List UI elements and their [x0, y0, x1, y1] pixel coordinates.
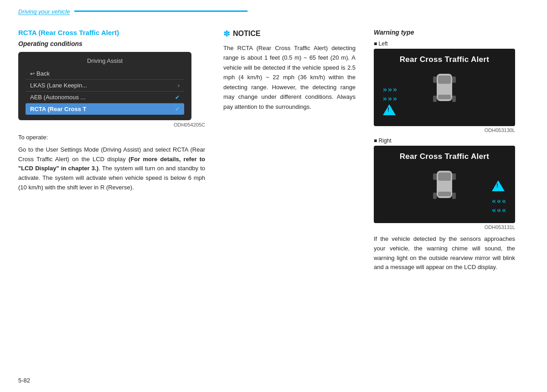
warning-description: If the vehicle detected by the sensors a… — [374, 234, 515, 272]
notice-title: NOTICE — [233, 30, 260, 38]
right-img-caption: ODH053131L — [374, 224, 515, 230]
svg-rect-9 — [438, 192, 451, 196]
svg-rect-8 — [438, 173, 451, 181]
svg-rect-4 — [452, 76, 456, 83]
svg-rect-3 — [433, 76, 437, 83]
page-header: Driving your vehicle — [0, 0, 547, 15]
left-warn-indicator: » » » » » » — [383, 85, 397, 117]
lcd-aeb-item[interactable]: AEB (Autonomous ... ✔ — [26, 92, 184, 103]
right-warn-indicator: « « « « « « — [492, 180, 506, 214]
left-warning-title: Rear Cross Traffic Alert — [374, 55, 515, 64]
body-text: Go to the User Settings Mode (Driving As… — [18, 145, 205, 193]
car-icon-left — [428, 69, 460, 110]
notice-header: ✽ NOTICE — [223, 29, 356, 39]
middle-column: ✽ NOTICE The RCTA (Rear Cross Traffic Al… — [214, 29, 365, 272]
svg-rect-2 — [438, 95, 451, 99]
lcd-item-label: RCTA (Rear Cross T — [30, 106, 87, 112]
svg-rect-6 — [452, 96, 456, 102]
right-column: Warning type Left Rear Cross Traffic Ale… — [365, 29, 529, 272]
header-lines — [74, 10, 529, 13]
warning-triangle-right — [492, 180, 505, 191]
warning-triangle-left — [383, 104, 396, 115]
lcd-rcta-item[interactable]: RCTA (Rear Cross T ✔ — [26, 103, 184, 115]
main-content: RCTA (Rear Cross Traffic Alert) Operatin… — [0, 20, 547, 281]
header-title: Driving your vehicle — [18, 8, 70, 15]
svg-rect-1 — [438, 76, 451, 84]
lcd-lkas-item[interactable]: LKAS (Lane Keepin... › — [26, 80, 184, 92]
right-warning-title: Rear Cross Traffic Alert — [374, 152, 515, 161]
lcd-item-label: Back — [36, 70, 50, 77]
operate-label: To operate: — [18, 133, 205, 143]
page-number: 5-82 — [18, 377, 30, 384]
notice-text: The RCTA (Rear Cross Traffic Alert) dete… — [223, 43, 356, 112]
lcd-display: Driving Assist ↩ Back LKAS (Lane Keepin.… — [18, 52, 191, 120]
left-column: RCTA (Rear Cross Traffic Alert) Operatin… — [18, 29, 214, 272]
left-warning-box: Rear Cross Traffic Alert — [374, 49, 515, 126]
lcd-menu-title: Driving Assist — [26, 57, 184, 64]
check-icon: ✔ — [175, 94, 180, 101]
left-direction-label: Left — [374, 41, 529, 47]
warning-type-title: Warning type — [374, 29, 529, 36]
car-icon-right — [428, 166, 460, 207]
header-line-blue — [74, 10, 248, 12]
subsection-title: Operating conditions — [18, 40, 205, 47]
svg-rect-10 — [433, 173, 437, 180]
right-warning-box: Rear Cross Traffic Alert « — [374, 146, 515, 223]
chevron-right-icon: › — [178, 82, 180, 89]
back-icon: ↩ — [30, 71, 35, 77]
check-icon-active: ✔ — [175, 106, 180, 112]
svg-rect-11 — [452, 173, 456, 180]
left-img-caption: ODH053130L — [374, 127, 515, 133]
lcd-back-item[interactable]: ↩ Back — [26, 68, 184, 80]
lcd-item-label: LKAS (Lane Keepin... — [30, 82, 87, 89]
svg-rect-13 — [452, 193, 456, 199]
notice-star-icon: ✽ — [223, 29, 230, 39]
page-footer: 5-82 — [18, 377, 30, 384]
right-direction-label: Right — [374, 137, 529, 144]
lcd-item-label: AEB (Autonomous ... — [30, 94, 85, 101]
svg-rect-5 — [433, 96, 437, 102]
svg-rect-12 — [433, 193, 437, 199]
lcd-caption: ODH054205C — [18, 122, 205, 127]
section-title: RCTA (Rear Cross Traffic Alert) — [18, 29, 205, 36]
